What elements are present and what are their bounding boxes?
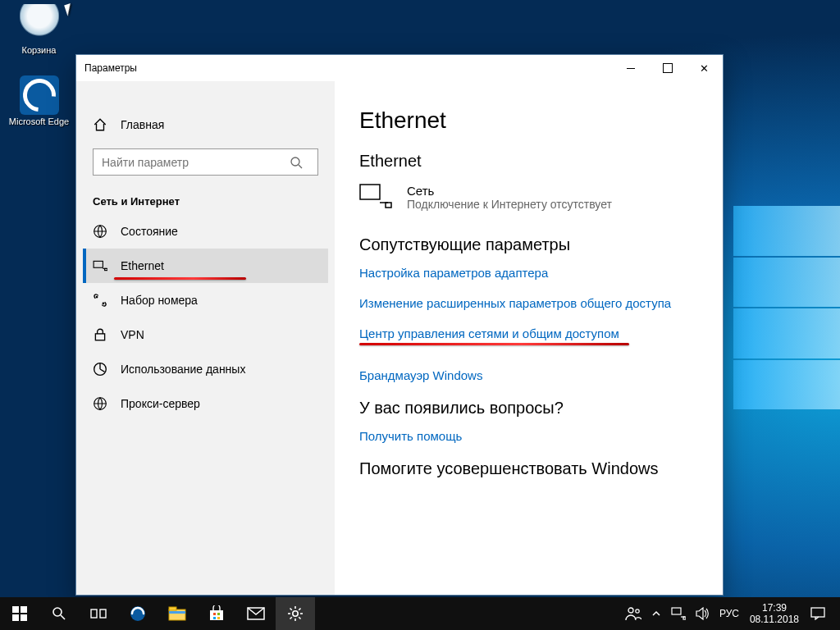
svg-rect-46 [811, 608, 824, 617]
taskbar-store[interactable] [197, 597, 236, 630]
svg-line-39 [290, 617, 292, 619]
network-name: Сеть [407, 184, 612, 198]
desktop-icon-label: Корзина [8, 45, 70, 55]
start-button[interactable] [0, 597, 39, 630]
svg-point-18 [53, 608, 62, 616]
status-icon [93, 224, 107, 239]
svg-line-19 [61, 615, 65, 619]
sidebar-item-label: VPN [121, 328, 144, 341]
window-title: Параметры [84, 62, 137, 74]
search-icon [290, 156, 317, 169]
svg-rect-30 [217, 617, 220, 619]
taskbar: РУС 17:39 08.11.2018 [0, 597, 840, 630]
sidebar-item-label: Ethernet [121, 259, 164, 272]
svg-rect-15 [21, 606, 27, 613]
dialup-icon [93, 293, 107, 308]
svg-rect-13 [386, 203, 391, 208]
tray-lang[interactable]: РУС [715, 597, 743, 630]
network-icon [359, 184, 392, 210]
data-usage-icon [93, 362, 107, 377]
svg-rect-17 [21, 614, 27, 621]
svg-rect-27 [213, 613, 216, 615]
svg-rect-25 [169, 611, 185, 614]
sidebar-item-label: Набор номера [121, 294, 198, 307]
improve-title: Помогите усовершенствовать Windows [359, 459, 698, 478]
svg-rect-21 [100, 609, 106, 618]
svg-point-7 [103, 303, 105, 305]
proxy-icon [93, 396, 107, 411]
sidebar-item-label: Использование данных [121, 363, 245, 376]
link-advanced-sharing[interactable]: Изменение расширенных параметров общего … [359, 296, 698, 310]
svg-rect-11 [360, 185, 380, 199]
sidebar-home-label: Главная [121, 118, 164, 131]
desktop-icon-edge[interactable]: Microsoft Edge [8, 75, 70, 126]
link-network-sharing-center[interactable]: Центр управления сетями и общим доступом [359, 326, 619, 340]
desktop-icon-recycle-bin[interactable]: Корзина [8, 4, 70, 55]
svg-line-1 [299, 165, 302, 168]
subsection-title: Ethernet [359, 152, 698, 171]
sidebar-section-label: Сеть и Интернет [83, 190, 328, 214]
taskbar-settings[interactable] [276, 597, 315, 630]
tray-time: 17:39 [762, 602, 787, 614]
taskbar-mail[interactable] [236, 597, 276, 630]
desktop-icon-label: Microsoft Edge [8, 116, 70, 126]
search-box[interactable] [93, 148, 318, 176]
svg-point-32 [293, 611, 298, 616]
tray-chevron-up[interactable] [646, 597, 666, 630]
link-windows-firewall[interactable]: Брандмауэр Windows [359, 368, 698, 382]
minimize-button[interactable] [612, 55, 649, 81]
svg-rect-8 [95, 334, 104, 340]
window-controls [612, 55, 723, 81]
maximize-button[interactable] [649, 55, 686, 81]
taskbar-edge[interactable] [118, 597, 158, 630]
svg-rect-23 [169, 609, 185, 620]
sidebar-item-status[interactable]: Состояние [83, 214, 328, 249]
tray-volume-icon[interactable] [691, 597, 715, 630]
svg-rect-29 [213, 617, 216, 619]
tray-network-icon[interactable] [666, 597, 691, 630]
settings-sidebar: Главная Сеть и Интернет Состояние Et [76, 81, 335, 595]
tray-action-center[interactable] [806, 597, 830, 630]
svg-rect-26 [210, 610, 223, 620]
taskbar-file-explorer[interactable] [158, 597, 197, 630]
search-input[interactable] [94, 151, 290, 174]
svg-rect-3 [94, 261, 103, 267]
tray-clock[interactable]: 17:39 08.11.2018 [743, 597, 806, 630]
tray-date: 08.11.2018 [750, 614, 799, 625]
svg-rect-43 [672, 608, 681, 614]
sidebar-item-dialup[interactable]: Набор номера [83, 283, 328, 317]
close-button[interactable] [686, 55, 723, 81]
sidebar-item-vpn[interactable]: VPN [83, 317, 328, 352]
sidebar-item-ethernet[interactable]: Ethernet [83, 249, 328, 283]
taskbar-left [0, 597, 315, 630]
settings-window: Параметры Главная Сеть и Интернет [75, 54, 724, 596]
tray-people[interactable] [620, 597, 646, 630]
window-titlebar[interactable]: Параметры [76, 55, 723, 81]
vpn-icon [93, 327, 107, 342]
sidebar-home[interactable]: Главная [83, 107, 328, 142]
sidebar-item-proxy[interactable]: Прокси-сервер [83, 386, 328, 421]
svg-rect-28 [217, 613, 220, 615]
settings-content: Ethernet Ethernet Сеть Подключение к Инт… [335, 81, 723, 595]
svg-line-40 [299, 609, 300, 610]
sidebar-item-data-usage[interactable]: Использование данных [83, 352, 328, 386]
svg-point-41 [628, 608, 633, 613]
taskbar-right: РУС 17:39 08.11.2018 [620, 597, 840, 630]
show-desktop-button[interactable] [830, 597, 840, 630]
task-view-button[interactable] [79, 597, 118, 630]
sidebar-item-label: Состояние [121, 225, 178, 238]
svg-rect-20 [91, 609, 97, 618]
windows-logo-stripes [733, 205, 840, 410]
svg-point-42 [636, 609, 639, 613]
svg-line-38 [299, 617, 300, 619]
taskbar-search[interactable] [39, 597, 79, 630]
edge-icon [20, 75, 59, 115]
questions-title: У вас появились вопросы? [359, 399, 698, 418]
home-icon [93, 117, 107, 132]
link-get-help[interactable]: Получить помощь [359, 429, 698, 443]
link-adapter-settings[interactable]: Настройка параметров адаптера [359, 266, 698, 280]
network-row[interactable]: Сеть Подключение к Интернету отсутствует [359, 184, 698, 211]
related-params-title: Сопутствующие параметры [359, 235, 698, 254]
network-status: Подключение к Интернету отсутствует [407, 198, 612, 211]
ethernet-icon [93, 258, 107, 273]
